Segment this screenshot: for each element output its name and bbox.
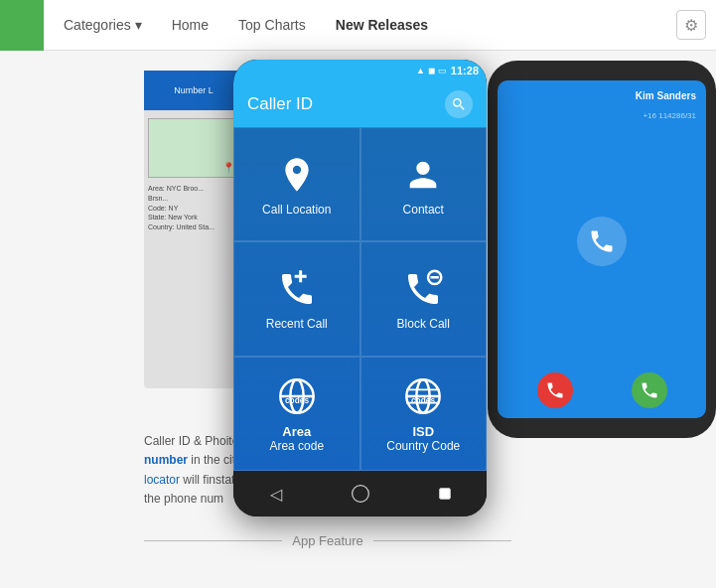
nav-categories[interactable]: Categories ▾	[64, 17, 142, 33]
area-code-title: Area	[282, 424, 311, 439]
desc-bold-number: number	[144, 453, 188, 467]
phone-modal: ▲ ◼ ▭ 11:28 Caller ID Call Location	[233, 60, 487, 516]
svg-text:codes: codes	[285, 394, 309, 404]
app-card-title: Number L	[144, 71, 243, 110]
signal-icons: ▲ ◼ ▭	[416, 66, 447, 75]
area-code-icon: codes	[275, 374, 319, 418]
desc-part3: in the	[188, 453, 223, 467]
app-card-body: 📍 Area: NYC Broo... Brsn... Code: NY Sta…	[144, 110, 243, 349]
battery-icon: ▭	[438, 66, 447, 75]
svg-text:codes: codes	[411, 394, 435, 404]
app-title: Caller ID	[247, 94, 313, 114]
recent-apps-button[interactable]	[430, 479, 460, 509]
call-location-label: Call Location	[262, 203, 331, 217]
block-call-label: Block Call	[397, 317, 450, 331]
top-navigation: Categories ▾ Home Top Charts New Release…	[0, 0, 716, 51]
call-location-icon	[275, 153, 319, 197]
block-call-icon	[401, 267, 445, 311]
signal-icon: ◼	[428, 66, 435, 75]
status-time: 11:28	[451, 65, 479, 76]
phone-screen-content: Kim Sanders +16 114286/31	[498, 80, 706, 418]
desc-part5: will fin	[180, 473, 215, 487]
nav-items: Categories ▾ Home Top Charts New Release…	[44, 0, 676, 50]
nav-new-releases[interactable]: New Releases	[336, 17, 428, 33]
dropdown-icon: ▾	[135, 17, 142, 33]
status-bar: ▲ ◼ ▭ 11:28	[233, 60, 487, 81]
grid-cell-recent-call[interactable]: Recent Call	[233, 241, 360, 356]
grid-cell-contact[interactable]: Contact	[360, 127, 488, 241]
app-card-left: Number L 📍 Area: NYC Broo... Brsn... Cod…	[144, 71, 243, 388]
desc-locator: locator	[144, 473, 180, 487]
country-code-icon: codes	[401, 374, 445, 418]
app-feature-divider: App Feature	[144, 533, 511, 548]
wifi-icon: ▲	[416, 66, 425, 75]
area-code-label: Area code	[269, 439, 324, 453]
home-label: Home	[172, 17, 209, 33]
desc-part1: Caller ID & Pho	[144, 434, 226, 448]
grid-cell-area-code[interactable]: codes Area Area code	[233, 357, 360, 471]
svg-point-12	[352, 486, 368, 503]
isd-code-title: ISD	[412, 424, 434, 439]
grid-cell-call-location[interactable]: Call Location	[233, 127, 360, 241]
svg-rect-13	[439, 489, 450, 500]
grid-cell-country-code[interactable]: codes ISD Country Code	[360, 357, 488, 471]
top-charts-label: Top Charts	[238, 17, 306, 33]
back-button[interactable]: ◁	[261, 479, 291, 509]
bottom-navigation: ◁	[233, 471, 487, 516]
country-code-label: Country Code	[386, 439, 460, 453]
recent-call-label: Recent Call	[266, 317, 328, 331]
contact-icon	[401, 153, 445, 197]
recent-call-icon	[275, 267, 319, 311]
back-icon: ◁	[270, 485, 282, 504]
search-button[interactable]	[445, 90, 473, 118]
nav-search-icon[interactable]: ⚙	[676, 10, 706, 40]
logo	[0, 0, 44, 51]
nav-top-charts[interactable]: Top Charts	[238, 17, 306, 33]
contact-label: Contact	[403, 203, 444, 217]
categories-label: Categories	[64, 17, 131, 33]
grid-cell-block-call[interactable]: Block Call	[360, 241, 488, 356]
app-header: Caller ID	[233, 81, 487, 127]
new-releases-label: New Releases	[336, 17, 428, 33]
phone-mockup-right: Kim Sanders +16 114286/31	[488, 61, 716, 438]
app-grid: Call Location Contact Recent Call	[233, 127, 487, 471]
desc-part7: the phone num	[144, 492, 223, 506]
home-button[interactable]	[346, 479, 375, 509]
app-feature-label: App Feature	[292, 533, 363, 548]
nav-home[interactable]: Home	[172, 17, 209, 33]
